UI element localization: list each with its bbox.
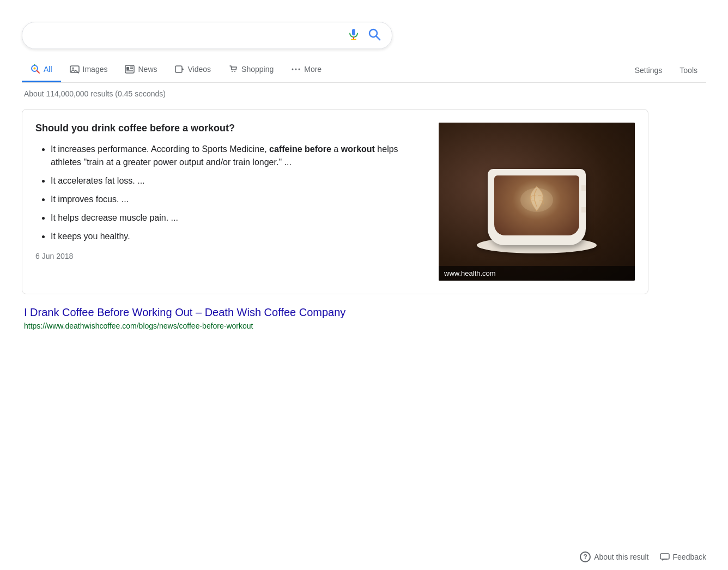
search-box: coffee before workout (22, 22, 392, 49)
news-icon (125, 64, 135, 74)
organic-result: I Drank Coffee Before Working Out – Deat… (22, 305, 648, 330)
nav-settings[interactable]: Settings (626, 59, 671, 81)
tab-news[interactable]: News (116, 58, 166, 82)
tab-images-label: Images (83, 65, 108, 74)
search-icons (347, 28, 381, 43)
svg-marker-15 (182, 68, 184, 70)
svg-line-4 (37, 71, 40, 74)
tab-shopping-label: Shopping (241, 65, 274, 74)
featured-snippet-content: Should you drink coffee before a workout… (35, 123, 439, 281)
featured-snippet-list: It increases performance. According to S… (35, 143, 422, 243)
svg-point-20 (299, 69, 300, 70)
tab-more-label: More (304, 65, 321, 74)
svg-rect-0 (352, 29, 355, 35)
search-bar-container: coffee before workout (22, 22, 706, 49)
featured-snippet-date: 6 Jun 2018 (35, 252, 422, 260)
featured-list-item-1: It increases performance. According to S… (51, 143, 422, 169)
tab-news-label: News (138, 65, 157, 74)
svg-point-5 (34, 68, 36, 70)
svg-point-17 (234, 71, 235, 72)
bullet1-bold1: caffeine before (269, 144, 331, 154)
cup-handle (581, 185, 586, 213)
results-count: About 114,000,000 results (0.45 seconds) (22, 89, 706, 98)
featured-list-item-4: It helps decrease muscle pain. ... (51, 211, 422, 225)
featured-snippet-title: Should you drink coffee before a workout… (35, 123, 422, 134)
result-url[interactable]: https://www.deathwishcoffee.com/blogs/ne… (24, 322, 648, 330)
tab-more[interactable]: More (282, 58, 330, 82)
search-icon[interactable] (368, 28, 381, 43)
svg-rect-10 (126, 67, 129, 70)
tab-shopping[interactable]: Shopping (220, 58, 282, 82)
tab-videos-label: Videos (188, 65, 211, 74)
featured-list-item-3: It improves focus. ... (51, 193, 422, 206)
featured-snippet-image-container: www.health.com (439, 123, 635, 281)
featured-snippet-card: Should you drink coffee before a workout… (22, 109, 648, 294)
result-title[interactable]: I Drank Coffee Before Working Out – Deat… (24, 305, 648, 319)
bullet1-mid: a (331, 144, 341, 154)
coffee-cup (488, 169, 586, 245)
svg-line-2 (377, 37, 380, 40)
mic-icon[interactable] (347, 28, 360, 43)
tab-images[interactable]: Images (61, 58, 117, 82)
featured-list-item-2: It accelerates fat loss. ... (51, 174, 422, 187)
featured-list-item-5: It keeps you healthy. (51, 230, 422, 243)
all-icon (31, 64, 40, 74)
nav-tabs: All Images (22, 58, 706, 83)
svg-point-8 (72, 68, 74, 69)
svg-point-18 (292, 69, 294, 70)
bullet1-bold2: workout (341, 144, 375, 154)
svg-point-16 (232, 71, 233, 72)
more-dots-icon (291, 64, 301, 74)
coffee-liquid (494, 175, 579, 235)
videos-icon (175, 64, 185, 74)
image-source-label: www.health.com (439, 266, 635, 281)
coffee-image: www.health.com (439, 123, 635, 281)
bullet1-prefix: It increases performance. According to S… (51, 144, 269, 154)
tab-all-label: All (44, 65, 52, 74)
svg-rect-14 (175, 66, 182, 72)
tab-all[interactable]: All (22, 58, 61, 82)
nav-tools[interactable]: Tools (671, 59, 706, 81)
search-input[interactable]: coffee before workout (33, 30, 347, 41)
images-icon (70, 64, 80, 74)
shopping-icon (228, 64, 238, 74)
tab-videos[interactable]: Videos (166, 58, 220, 82)
svg-point-19 (295, 69, 297, 70)
